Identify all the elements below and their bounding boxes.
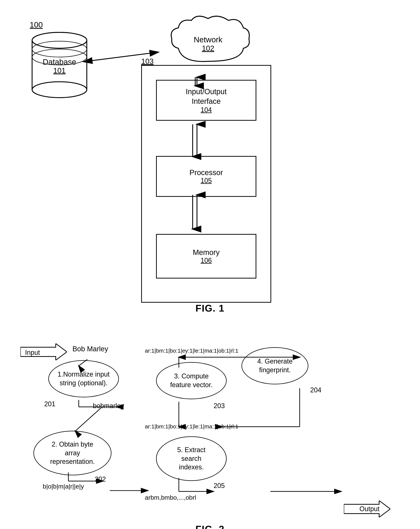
fig2-diagram: Input Bob Marley 1.Normalize inputstring… [15, 332, 405, 529]
network-label: Network 102 [178, 35, 238, 53]
step4-ellipse: 4. Generatefingerprint. [242, 347, 308, 384]
page: 100 Database 101 [0, 0, 420, 529]
input-value: Bob Marley [72, 345, 108, 353]
step2-label: 2. Obtain bytearrayrepresentation. [50, 440, 95, 466]
io-interface-box: Input/OutputInterface 104 [156, 80, 256, 121]
step4-label: 4. Generatefingerprint. [257, 357, 293, 374]
step2-output: b|o|b|m|a|r||e|y [43, 483, 84, 490]
ref-203: 203 [214, 402, 225, 410]
ref-201: 201 [44, 400, 55, 408]
processor-box: Processor 105 [156, 156, 256, 197]
io-ref: 104 [201, 106, 212, 114]
ref-204: 204 [310, 386, 321, 394]
svg-point-4 [32, 82, 87, 98]
fig1-diagram: 100 Database 101 [15, 11, 405, 317]
step1-ellipse: 1.Normalize inputstring (optional). [48, 360, 119, 397]
ref-202: 202 [95, 475, 106, 483]
ref-100: 100 [30, 20, 43, 29]
fig1-caption: FIG. 1 [195, 303, 224, 314]
output-text: Output [359, 505, 379, 513]
step1-label: 1.Normalize inputstring (optional). [58, 370, 109, 387]
step5-ellipse: 5. Extractsearchindexes. [156, 436, 227, 481]
svg-point-5 [32, 32, 87, 48]
step4-output: ar:1|bm:1|bo:1|ey:1|le:1|ma:1|ob:1|rl:1 [145, 423, 238, 430]
step3-ellipse: 3. Computefeature vector. [156, 362, 227, 399]
step3-output-top: ar:1|bm:1|bo:1|ey:1|le:1|ma:1|ob:1|rl:1 [145, 348, 238, 354]
step5-label: 5. Extractsearchindexes. [177, 446, 205, 472]
ref-205: 205 [214, 482, 225, 490]
database-label: Database 101 [26, 58, 93, 75]
fig2-caption: FIG. 2 [195, 524, 224, 529]
processor-label: Processor [190, 168, 223, 177]
input-text: Input [25, 349, 40, 357]
step5-output: arbm,bmbo,...,obrl [145, 494, 196, 501]
step1-output: bobmarley [93, 402, 124, 410]
memory-label: Memory [193, 248, 219, 257]
step2-ellipse: 2. Obtain bytearrayrepresentation. [33, 431, 111, 475]
system-box-ref: 103 [141, 57, 154, 66]
io-label: Input/OutputInterface [186, 87, 227, 106]
memory-box: Memory 106 [156, 234, 256, 278]
memory-ref: 106 [201, 257, 212, 264]
processor-ref: 105 [201, 177, 212, 185]
step3-label: 3. Computefeature vector. [170, 372, 213, 389]
svg-line-29 [75, 408, 101, 431]
